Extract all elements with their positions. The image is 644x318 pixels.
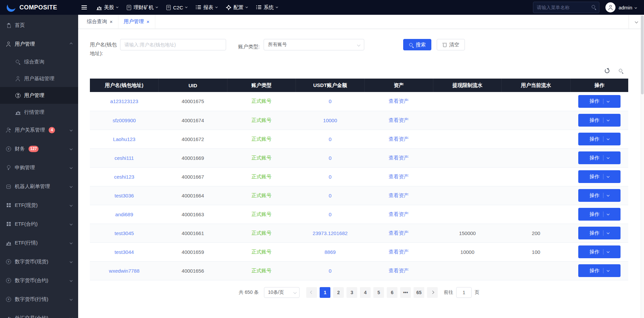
usdt-balance-link[interactable]: 0 [329,98,331,104]
usdt-balance-link[interactable]: 0 [329,268,331,274]
avatar[interactable] [605,2,615,12]
user-menu[interactable]: admin [619,5,637,10]
page-button[interactable]: 65 [414,287,424,298]
sidebar-item[interactable]: 用户管理 [0,35,78,53]
nav-label: 理财矿机 [133,4,154,11]
scrollbar-thumb[interactable] [641,15,644,94]
sidebar-item[interactable]: 用户关系管理 4 [0,121,78,139]
vertical-scrollbar[interactable] [641,15,644,318]
row-action-button[interactable]: 操作 [578,245,621,258]
nav-item-mining[interactable]: 理财矿机 [122,0,162,15]
table-row: Laohu123 40001672 正式账号 0 查看资产 操作 [90,130,628,148]
goto-page-input[interactable] [456,287,472,298]
usdt-balance-link[interactable]: 0 [329,136,331,142]
usdt-balance-link[interactable]: 8869 [325,249,336,255]
usdt-balance-link[interactable]: 0 [329,155,331,161]
sidebar-item[interactable]: ETF(合约) [0,215,78,233]
page-size-select[interactable]: 10条/页 [264,287,300,298]
sidebar-item-label: 用户管理 [24,92,44,99]
usdt-balance-link[interactable]: 0 [329,193,331,198]
menu-search-input[interactable] [533,2,599,13]
prev-page-button[interactable] [306,287,317,298]
username-filter-input[interactable] [120,39,226,50]
row-action-button[interactable]: 操作 [578,170,621,183]
refresh-icon[interactable] [604,68,610,74]
filter-bar: 用户名(钱包地址): 账户类型: 所有账号 搜索 清空 [90,39,628,58]
chevron-down-icon [607,213,609,215]
page-button[interactable]: 2 [333,287,344,298]
usdt-balance-link[interactable]: 23973.1201682 [313,230,347,236]
tab[interactable]: 综合查询 × [82,15,118,29]
view-assets-link[interactable]: 查看资产 [389,230,409,236]
view-assets-link[interactable]: 查看资产 [389,268,409,273]
usdt-balance-link[interactable]: 0 [329,174,331,180]
username-link[interactable]: sfz009900 [113,118,136,123]
row-action-button[interactable]: 操作 [578,264,621,277]
page-button[interactable]: 1 [320,287,330,298]
username-link[interactable]: ceshi111 [114,155,134,161]
close-icon[interactable]: × [110,19,113,24]
row-action-button[interactable]: 操作 [578,133,621,145]
sidebar-item[interactable]: 行情管理 [0,104,78,121]
page-button[interactable]: 3 [346,287,357,298]
sidebar-item[interactable]: ETF(行情) [0,233,78,252]
close-icon[interactable]: × [147,19,150,24]
collapse-sidebar-button[interactable] [82,5,87,9]
page-button[interactable]: 4 [360,287,371,298]
username-link[interactable]: andi689 [115,212,133,217]
sidebar-item[interactable]: 综合查询 [0,53,78,70]
nav-item-us-stocks[interactable]: 美股 [92,0,122,15]
account-type-select[interactable]: 所有账号 [264,39,364,50]
sidebar-item[interactable]: 数字货币(行情) [0,290,78,309]
username-link[interactable]: test3044 [115,249,134,255]
sidebar-item[interactable]: 外汇交易(合约) [0,309,78,318]
nav-item-config[interactable]: 配置 [222,0,252,15]
username-link[interactable]: test3045 [115,230,134,236]
view-assets-link[interactable]: 查看资产 [389,211,409,217]
username-link[interactable]: wxedwin7788 [109,268,140,274]
nav-item-c2c[interactable]: C2C [162,0,192,15]
tab[interactable]: 用户管理 × [118,15,155,29]
row-action-button[interactable]: 操作 [578,227,621,239]
nav-item-reports[interactable]: 报表 [192,0,222,15]
username-link[interactable]: ceshi123 [114,174,134,180]
search-icon[interactable] [591,5,596,10]
username-link[interactable]: a123123123 [110,98,138,104]
view-assets-link[interactable]: 查看资产 [389,155,409,161]
page-list: 123456•••65 [318,287,426,298]
next-page-button[interactable] [427,287,438,298]
sidebar-item[interactable]: 财务 127 [0,139,78,158]
sidebar-item[interactable]: 申购管理 [0,158,78,177]
username-link[interactable]: test3036 [115,193,134,198]
row-action-button[interactable]: 操作 [578,208,621,221]
search-button[interactable]: 搜索 [403,39,431,50]
money-icon [6,146,11,151]
page-size-value: 10条/页 [268,289,284,296]
page-button[interactable]: 5 [373,287,384,298]
row-action-button[interactable]: 操作 [578,189,621,202]
row-action-button[interactable]: 操作 [578,114,621,127]
nav-item-system[interactable]: 系统 [252,0,282,15]
usdt-balance-link[interactable]: 0 [329,212,331,217]
view-assets-link[interactable]: 查看资产 [389,192,409,198]
sidebar-item[interactable]: 数字货币(合约) [0,271,78,290]
sidebar-item[interactable]: 机器人刷单管理 [0,177,78,196]
username-link[interactable]: Laohu123 [113,136,136,142]
page-button[interactable]: ••• [400,287,411,298]
clear-button[interactable]: 清空 [437,39,465,50]
usdt-balance-link[interactable]: 10000 [323,118,337,123]
sidebar-item[interactable]: 用户管理 [0,87,78,104]
page-button[interactable]: 6 [387,287,397,298]
view-assets-link[interactable]: 查看资产 [389,117,409,123]
sidebar-item[interactable]: ETF(现货) [0,196,78,215]
view-assets-link[interactable]: 查看资产 [389,249,409,255]
row-action-button[interactable]: 操作 [578,95,621,108]
row-action-button[interactable]: 操作 [578,151,621,164]
sidebar-item[interactable]: 首页 [0,16,78,35]
sidebar-item[interactable]: 用户基础管理 [0,70,78,87]
view-assets-link[interactable]: 查看资产 [389,98,409,104]
sidebar-item[interactable]: 数字货币(现货) [0,252,78,271]
column-search-icon[interactable] [619,69,624,74]
view-assets-link[interactable]: 查看资产 [389,136,409,142]
view-assets-link[interactable]: 查看资产 [389,174,409,179]
